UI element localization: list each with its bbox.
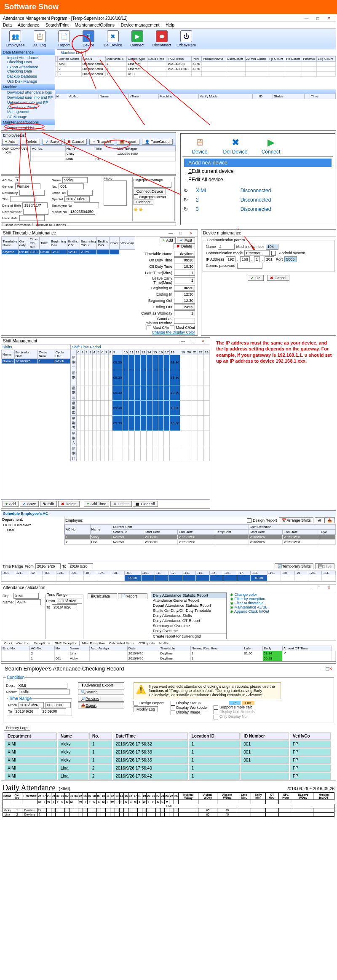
emp-delete[interactable]: -Delete [21,139,40,145]
tree-sub[interactable]: XIMI [2,151,29,154]
plog-tab[interactable]: Primary Logs [4,725,30,731]
acl-1[interactable]: Filter by exception [235,597,265,601]
sr-name[interactable]: <All> [19,689,70,695]
ac-dep[interactable]: XIMI [13,593,39,599]
sr-search[interactable]: 🔍 Search [78,689,124,695]
actab-6[interactable]: NoShi [158,641,170,646]
tree-company[interactable]: OUR COMPANY [2,147,29,151]
sr-from[interactable]: 2016/ 9/26 [19,702,44,708]
devmaint-cancel[interactable]: ✖Cancel [267,275,289,281]
connect-device-btn[interactable]: Connect Device [134,188,166,194]
acl-2[interactable]: Filter to timetable [235,601,264,605]
acm-1[interactable]: Attendance General Report [151,598,226,603]
emp-save[interactable]: ✓Save [43,139,62,145]
sm-edit[interactable]: ✎Edit [40,501,57,507]
stt-add[interactable]: +Add [160,237,176,243]
emplist-grid[interactable]: AC-No.NameTitleMobile/PagerVicky13023594… [31,146,176,162]
ac-name[interactable]: <All> [16,599,41,605]
acm-2[interactable]: Depart Attendance Statistic Report [151,603,226,608]
sr-export[interactable]: 📤 Export [78,703,124,708]
export-btn[interactable]: 📤 [324,517,335,523]
acm-6[interactable]: Summary of Overtime [151,623,226,628]
zoom-connect[interactable]: ▶Connect [254,135,288,156]
ac-from[interactable]: 2016/ 9/26 [57,598,82,604]
zm-editall[interactable]: EEdit All device [184,175,332,184]
connect2-btn[interactable]: Connect [134,199,154,205]
acl-4[interactable]: Append Clock In/Out [234,609,269,614]
stt-del[interactable]: ✖Delete [174,243,195,249]
sm-clearall[interactable]: ▦Clear All [133,501,158,507]
tab-basic[interactable]: Basic Information [3,222,33,226]
tb-employees[interactable]: 👥Employees [3,30,27,47]
ac-grid[interactable]: Emp No.AC-No.No.NameAuto-AssignDateTimet… [1,646,336,661]
acm-8[interactable]: Create report for current grid [151,633,226,639]
zoom-device[interactable]: 🖥Device [182,135,217,156]
tb-connect[interactable]: ▶Connect [125,30,150,47]
menu-device[interactable]: Device management [121,23,160,27]
close-button[interactable]: × [324,16,334,21]
arrange-btn[interactable]: 📅 Arrange Shifts [279,517,313,523]
tb-aclog[interactable]: 📋AC Log [27,30,52,47]
zoom-del[interactable]: ✖Del Device [218,135,253,156]
sr-modlog[interactable]: Modify Log [134,706,158,712]
tb-report[interactable]: 📄Report [52,30,76,47]
tab-machinelist[interactable]: Machine List [57,49,86,56]
print-btn[interactable]: 🖨 [315,517,324,523]
sr-dep[interactable]: XIMI [17,683,67,689]
actab-2[interactable]: Shift Exception [53,641,79,646]
sr-t1[interactable]: 00:00:00 [45,702,71,708]
sl-dl-user[interactable]: Download user info and FP [1,95,55,100]
sl-acmanage[interactable]: AC Manage [1,114,55,119]
temp-shifts-btn[interactable]: 🔄 Temporary Shifts [275,563,314,569]
sl-admin[interactable]: Administrator [1,130,55,131]
devmaint-ok[interactable]: ✓OK [248,275,264,281]
emp-transfer[interactable]: ↔Transfer [89,139,114,145]
tb-exit[interactable]: ⏻Exit system [174,30,198,47]
menu-maintenance[interactable]: Maintenance/Options [75,23,115,27]
sl-export[interactable]: Export Attendance Checking Data [1,65,55,74]
sl-dl-logs[interactable]: Download attendance logs [1,90,55,95]
maximize-button[interactable]: □ [313,16,323,21]
sr-advexp[interactable]: ⬆ Advanced Export [78,682,124,688]
tb-device[interactable]: 🖥Device [76,30,101,47]
acm-4[interactable]: Daily Attendance Shifts [151,613,226,618]
sl-deptlist[interactable]: Department List [1,125,55,130]
sl-import[interactable]: Import Attendance Checking Data [1,55,55,65]
acm-3[interactable]: Staff's On-Duty/Off-Duty Timetable [151,608,226,613]
se-to[interactable]: 2016/ 9/26 [68,563,93,569]
plog-grid[interactable]: DepartmentNameNo.Date/TimeLocation IDID … [4,732,332,781]
acl-0[interactable]: Change color [235,592,257,597]
acm-0[interactable]: Daily Attendance Statistic Report [151,593,226,598]
sm-save[interactable]: ✓Save [20,501,39,507]
actab-1[interactable]: Exceptions [32,641,52,646]
ac-calc[interactable]: 🖩 Calculate [88,593,117,599]
stt-post[interactable]: ✓Post [177,237,195,243]
se-from[interactable]: 2016/ 9/26 [35,563,61,569]
menu-search[interactable]: Search/Print [45,23,69,27]
sl-usb[interactable]: Usb Disk Manage [1,79,55,84]
actab-3[interactable]: Misc Exception [80,641,107,646]
tb-disconnect[interactable]: ⏺Disconnect [150,30,174,47]
emp-facegroup[interactable]: 👤FaceGroup [142,139,173,145]
tb-del-device[interactable]: ✖Del Device [101,30,125,47]
sr-to[interactable]: 2016/ 9/26 [14,708,39,714]
machine-grid[interactable]: Device NameStatusMachineNo.Comm typeBaud… [55,56,336,77]
menu-help[interactable]: Help [166,23,174,27]
lower-grid[interactable]: idAc·NoNamesTimeMachineVerify ModeIDStat… [55,94,336,99]
sl-ul-user[interactable]: Upload user info and FP [1,100,55,105]
acl-3[interactable]: Maintenance AL/BL [235,605,267,609]
minimize-button[interactable]: — [301,16,311,21]
sm-grid[interactable]: NameBeginning DateCycle NumCycle UnitNor… [1,350,70,364]
tab-addition[interactable]: Addition AC Options [34,222,68,226]
acm-7[interactable]: Daily Overtime [151,628,226,633]
acm-5[interactable]: Daily Attendance OT Report [151,618,226,623]
sm-addtime[interactable]: +Add Time [84,501,109,507]
zm-edit[interactable]: EEdit current device [184,167,332,175]
actab-0[interactable]: Clock In/Out Log [3,641,31,646]
actab-5[interactable]: OTReports [137,641,157,646]
emp-add[interactable]: +Add [2,139,18,145]
menu-attendance[interactable]: Attendance [18,23,39,27]
ac-report[interactable]: 📄 Report [118,593,147,599]
emp-import[interactable]: 📥Import [117,139,139,145]
sr-t2[interactable]: 23:59:00 [41,708,66,714]
